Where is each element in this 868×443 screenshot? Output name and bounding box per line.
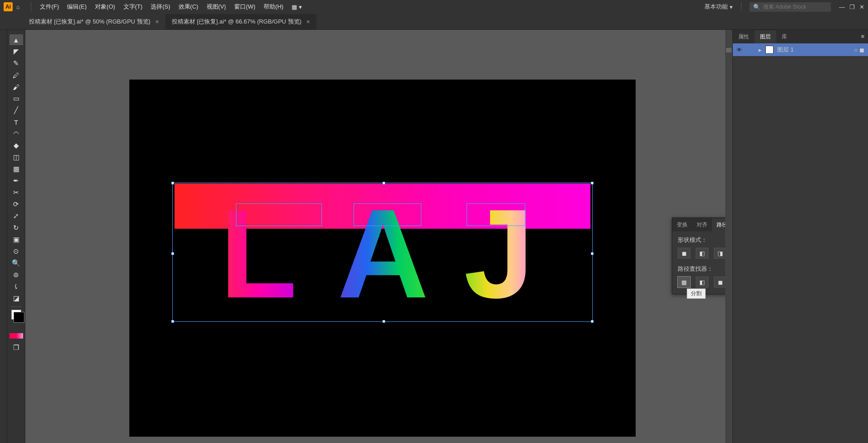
menu-file[interactable]: 文件(F) [40, 3, 59, 11]
panel-tab-align[interactable]: 对齐 [692, 218, 712, 231]
vertical-scrollbar[interactable] [725, 30, 732, 443]
panel-tab-transform[interactable]: 变换 [672, 218, 692, 231]
document-tab-0[interactable]: 投稿素材 [已恢复].ai* @ 50% (RGB/GPU 预览) ✕ [23, 14, 165, 29]
menu-edit[interactable]: 编辑(E) [67, 3, 86, 11]
unite-button[interactable]: ◼ [678, 248, 690, 259]
selection-handle[interactable] [382, 182, 385, 184]
app-icon: Ai [4, 2, 13, 11]
pathfinder-panel: 变换 对齐 路径查找器 «« ✕ ≡ 形状模式： ◼ ◧ ◨ ◩ 扩展 路径查找… [672, 217, 732, 294]
screen-mode-icon[interactable]: ❐ [9, 342, 23, 353]
arc-tool[interactable]: ◠ [9, 128, 23, 139]
line-tool[interactable]: ╱ [9, 105, 23, 116]
eyedropper-tool[interactable]: ✒ [9, 175, 23, 186]
document-tab-label: 投稿素材 [已恢复].ai* @ 50% (RGB/GPU 预览) [29, 18, 151, 26]
direct-selection-tool[interactable]: ◤ [9, 46, 23, 57]
search-input[interactable] [763, 4, 826, 10]
scale-tool[interactable]: ⤢ [9, 211, 23, 222]
perspective-tool[interactable]: ◪ [9, 293, 23, 304]
workspace-switcher[interactable]: 基本功能 ▾ [704, 3, 733, 11]
arrange-docs-icon[interactable]: ▦ ▾ [292, 4, 302, 10]
search-box[interactable]: 🔍 [750, 2, 831, 12]
free-transform-tool[interactable]: ↻ [9, 222, 23, 233]
selection-bounds [172, 183, 593, 322]
selection-handle[interactable] [171, 182, 174, 184]
sub-selection [236, 203, 322, 226]
menubar: Ai ⌂ 文件(F) 编辑(E) 对象(O) 文字(T) 选择(S) 效果(C)… [0, 0, 868, 14]
shaper-tool[interactable]: ◆ [9, 140, 23, 151]
gradient-tool[interactable]: ▦ [9, 164, 23, 174]
symbol-tool[interactable]: ⊙ [9, 246, 23, 257]
gradient-swatch[interactable] [9, 333, 23, 339]
type-tool[interactable]: T [9, 117, 23, 127]
sub-selection [467, 203, 525, 226]
trim-button[interactable]: ◧ [696, 277, 708, 287]
panel-tab-properties[interactable]: 属性 [733, 30, 755, 43]
hand-tool[interactable]: ⊚ [9, 269, 23, 280]
rotate-tool[interactable]: ⟳ [9, 199, 23, 210]
color-mode-swatch[interactable] [11, 328, 21, 332]
selection-handle[interactable] [171, 320, 174, 323]
tab-close-icon[interactable]: ✕ [155, 19, 159, 25]
panel-tab-libraries[interactable]: 库 [776, 30, 793, 43]
menu-help[interactable]: 帮助(H) [264, 3, 283, 11]
pen-tool[interactable]: ✎ [9, 58, 23, 69]
slice-tool[interactable]: ⤹ [9, 281, 23, 292]
minimize-icon[interactable]: — [839, 4, 845, 10]
merge-button[interactable]: ◼ [714, 277, 726, 287]
pathfinders-label: 路径查找器： [678, 265, 732, 273]
layer-thumbnail [765, 46, 774, 54]
close-icon[interactable]: ✕ [859, 4, 864, 10]
eraser-tool[interactable]: ◫ [9, 152, 23, 163]
selection-handle[interactable] [591, 182, 594, 184]
document-tab-label: 投稿素材 [已恢复].ai* @ 66.67% (RGB/GPU 预览) [172, 18, 302, 26]
scissors-tool[interactable]: ✂ [9, 187, 23, 198]
document-tabbar: 投稿素材 [已恢复].ai* @ 50% (RGB/GPU 预览) ✕ 投稿素材… [0, 14, 868, 30]
layer-name[interactable]: 图层 1 [777, 46, 794, 54]
artboard: L A J [129, 80, 636, 437]
target-icon[interactable]: ○ ◼ [854, 47, 864, 53]
menu-type[interactable]: 文字(T) [123, 3, 143, 11]
layer-row[interactable]: 👁 ▸ 图层 1 ○ ◼ [733, 43, 868, 56]
toolbox: ▲ ◤ ✎ 🖊 🖌 ▭ ╱ T ◠ ◆ ◫ ▦ ✒ ✂ ⟳ ⤢ ↻ ▣ ⊙ 🔍 … [7, 30, 25, 443]
tooltip: 分割 [687, 288, 706, 299]
canvas[interactable]: L A J 变换 对齐 [25, 30, 732, 443]
menu-object[interactable]: 对象(O) [95, 3, 115, 11]
right-dock: 属性 图层 库 ≡ 👁 ▸ 图层 1 ○ ◼ [732, 30, 868, 443]
artboard-tool[interactable]: ▣ [9, 234, 23, 245]
visibility-icon[interactable]: 👁 [736, 47, 742, 53]
menu-window[interactable]: 窗口(W) [234, 3, 255, 11]
home-icon[interactable]: ⌂ [16, 4, 20, 10]
rectangle-tool[interactable]: ▭ [9, 93, 23, 104]
menu-effect[interactable]: 效果(C) [179, 3, 198, 11]
menu-select[interactable]: 选择(S) [151, 3, 170, 11]
selection-handle[interactable] [171, 252, 174, 255]
shape-modes-label: 形状模式： [678, 236, 732, 244]
fill-stroke-swatch[interactable] [11, 310, 21, 320]
tab-close-icon[interactable]: ✕ [306, 19, 310, 25]
expand-arrow-icon[interactable]: ▸ [759, 47, 762, 53]
panel-menu-icon[interactable]: ≡ [861, 33, 864, 40]
selection-tool[interactable]: ▲ [9, 34, 23, 45]
selection-handle[interactable] [591, 320, 594, 323]
divide-button[interactable]: ▦ [678, 277, 690, 287]
maximize-icon[interactable]: ❐ [849, 4, 855, 10]
search-icon: 🔍 [753, 4, 760, 10]
selection-handle[interactable] [591, 252, 594, 255]
minus-front-button[interactable]: ◧ [696, 248, 708, 259]
scrollbar-thumb[interactable] [726, 48, 731, 52]
panel-tab-layers[interactable]: 图层 [755, 30, 776, 43]
workspace-label: 基本功能 [704, 3, 728, 11]
menu-view[interactable]: 视图(V) [207, 3, 226, 11]
curvature-tool[interactable]: 🖊 [9, 70, 23, 80]
sub-selection [354, 203, 421, 226]
zoom-tool[interactable]: 🔍 [9, 258, 23, 269]
tool-rail [0, 30, 7, 443]
selection-handle[interactable] [382, 320, 385, 323]
paintbrush-tool[interactable]: 🖌 [9, 81, 23, 92]
document-tab-1[interactable]: 投稿素材 [已恢复].ai* @ 66.67% (RGB/GPU 预览) ✕ [165, 14, 316, 29]
intersect-button[interactable]: ◨ [714, 248, 726, 259]
